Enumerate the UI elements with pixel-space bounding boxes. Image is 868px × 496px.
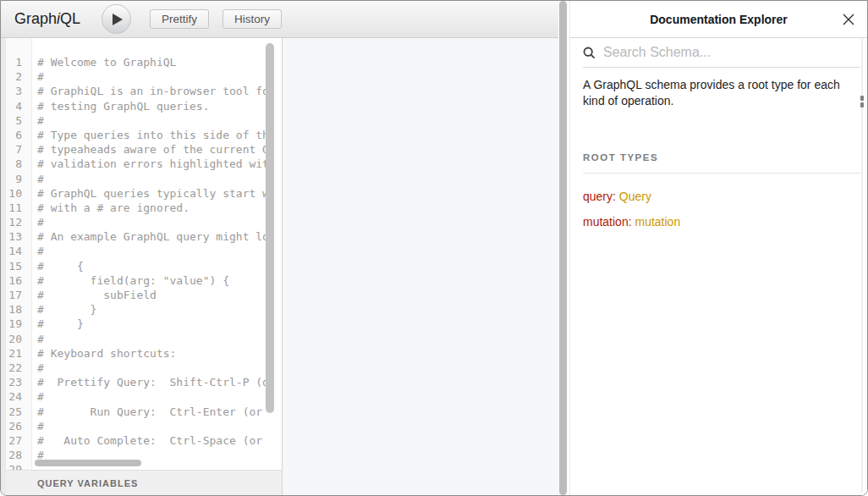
code-line: # GraphiQL is an in-browser tool for wri…	[37, 85, 266, 99]
line-number: 27	[6, 434, 31, 449]
query-variables-bar[interactable]: QUERY VARIABLES	[6, 470, 282, 495]
graphiql-logo: GraphiQL	[14, 10, 80, 28]
history-button[interactable]: History	[222, 9, 282, 29]
code-line: # GraphQL queries typically start with a…	[37, 187, 266, 201]
prettify-button[interactable]: Prettify	[150, 9, 209, 29]
line-number: 10	[6, 187, 31, 201]
line-number: 8	[6, 157, 31, 172]
code-line: # with a # are ignored.	[37, 201, 266, 216]
line-number: 29	[6, 463, 31, 470]
line-number: 21	[6, 347, 31, 361]
result-pane	[283, 38, 558, 495]
graphiql-window: GraphiQL Prettify History 12345678910111…	[0, 0, 868, 496]
doc-explorer-title: Documentation Explorer	[650, 13, 788, 26]
root-type-item: query: Query	[570, 184, 867, 209]
line-number: 22	[6, 361, 31, 376]
search-icon	[583, 47, 596, 59]
code-line: # {	[37, 260, 266, 274]
code-line: # Run Query: Ctrl-Enter (or press the pl…	[37, 405, 266, 420]
separator: :	[613, 190, 619, 203]
code-line: # validation errors highlighted within t…	[37, 157, 266, 172]
line-number: 2	[6, 70, 31, 85]
code-line: # typeaheads aware of the current GraphQ…	[37, 143, 266, 157]
code-line: #	[37, 173, 266, 187]
search-schema-input[interactable]	[603, 45, 860, 60]
type-link[interactable]: mutation	[635, 215, 680, 229]
line-number: 4	[6, 100, 31, 114]
code-line: #	[37, 216, 266, 230]
panes: 1234567891011121314151617181920212223242…	[1, 38, 558, 495]
root-types-title: ROOT TYPES	[583, 152, 658, 163]
line-number: 18	[6, 303, 31, 317]
line-number: 19	[6, 317, 31, 332]
type-link[interactable]: Query	[619, 190, 651, 203]
line-number: 24	[6, 390, 31, 405]
line-number: 7	[6, 143, 31, 157]
line-number: 25	[6, 405, 31, 420]
code-line: # testing GraphQL queries.	[37, 100, 266, 114]
doc-search-row	[583, 38, 860, 68]
doc-scrollbar-thumb[interactable]	[860, 102, 864, 107]
doc-scrollbar-thumb[interactable]	[860, 96, 864, 101]
code-line: #	[37, 420, 266, 434]
query-editor-pane: 1234567891011121314151617181920212223242…	[6, 38, 283, 495]
root-types-section-header: ROOT TYPES	[583, 109, 860, 174]
line-number: 9	[6, 173, 31, 187]
line-number: 1	[6, 56, 31, 70]
code-line: # Auto Complete: Ctrl-Space (or just sta…	[37, 434, 266, 449]
line-number: 11	[6, 201, 31, 216]
line-number: 6	[6, 129, 31, 143]
close-icon[interactable]	[842, 13, 855, 26]
editor-gutter: 1234567891011121314151617181920212223242…	[6, 38, 32, 470]
code-line: # field(arg: "value") {	[37, 274, 266, 289]
schema-description: A GraphQL schema provides a root type fo…	[583, 77, 850, 109]
line-number: 16	[6, 274, 31, 289]
code-line: # An example GraphQL query might look li…	[37, 230, 266, 245]
query-variables-title: QUERY VARIABLES	[37, 478, 138, 488]
code-line: #	[37, 333, 266, 347]
toolbar: GraphiQL Prettify History	[1, 1, 558, 38]
graphiql-app: GraphiQL Prettify History 12345678910111…	[1, 1, 558, 495]
line-number: 3	[6, 85, 31, 99]
editor-horizontal-scrollbar[interactable]	[35, 460, 141, 466]
code-line: #	[37, 70, 266, 85]
line-number: 23	[6, 376, 31, 390]
doc-explorer-header: Documentation Explorer	[570, 1, 867, 38]
code-line: # subField	[37, 289, 266, 303]
documentation-explorer-panel: Documentation Explorer A GraphQL schema …	[569, 1, 867, 495]
code-line: # Prettify Query: Shift-Ctrl-P (or press…	[37, 376, 266, 390]
line-number: 28	[6, 449, 31, 463]
editor-vertical-scrollbar[interactable]	[266, 43, 274, 413]
play-icon	[113, 14, 123, 25]
line-number: 17	[6, 289, 31, 303]
root-type-item: mutation: mutation	[570, 209, 867, 234]
code-line: #	[37, 390, 266, 405]
code-line: # Type queries into this side of the scr…	[37, 129, 266, 143]
line-number: 20	[6, 333, 31, 347]
line-number: 15	[6, 260, 31, 274]
line-number: 13	[6, 230, 31, 245]
code-line: #	[37, 361, 266, 376]
page-scrollbar-track	[558, 1, 569, 495]
execute-query-button[interactable]	[102, 4, 131, 34]
code-line: #	[37, 245, 266, 259]
code-line: #	[37, 114, 266, 129]
code-line: # }	[37, 317, 266, 332]
line-number: 5	[6, 114, 31, 129]
line-number: 14	[6, 245, 31, 259]
editor-code[interactable]: # Welcome to GraphiQL## GraphiQL is an i…	[33, 38, 266, 470]
field-name: query	[583, 190, 613, 203]
root-types-list: query: Querymutation: mutation	[570, 184, 867, 234]
code-line: # Keyboard shortcuts:	[37, 347, 266, 361]
code-line: # Welcome to GraphiQL	[37, 56, 266, 70]
page-scrollbar-thumb[interactable]	[559, 1, 567, 495]
line-number: 12	[6, 216, 31, 230]
code-line: # }	[37, 303, 266, 317]
line-number: 26	[6, 420, 31, 434]
field-name: mutation	[583, 215, 629, 229]
